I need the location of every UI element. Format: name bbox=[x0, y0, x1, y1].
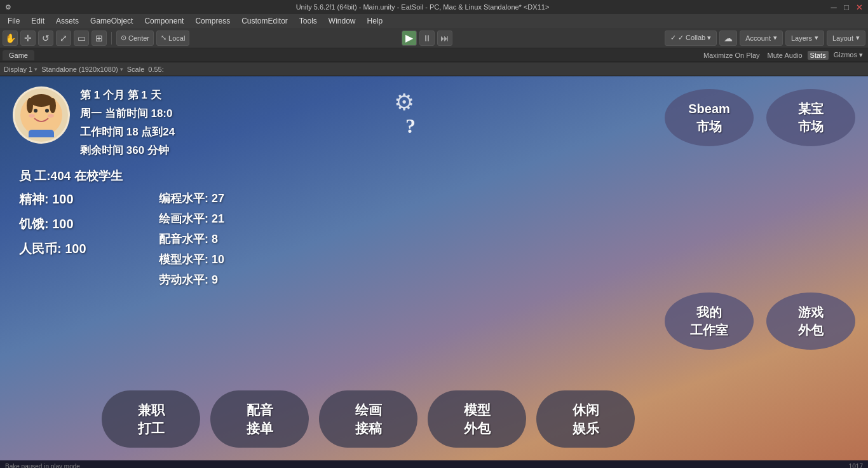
game-outsource-button[interactable]: 游戏外包 bbox=[766, 292, 855, 350]
account-chevron-icon: ▾ bbox=[773, 34, 777, 42]
menu-compress[interactable]: Compress bbox=[190, 15, 235, 27]
svg-point-7 bbox=[29, 114, 35, 118]
market-buttons: Sbeam市场 某宝市场 bbox=[665, 89, 855, 146]
stats-button[interactable]: Stats bbox=[808, 51, 829, 60]
display-select[interactable]: Display 1 ▾ bbox=[4, 65, 37, 73]
svg-point-6 bbox=[45, 109, 49, 113]
menu-component[interactable]: Component bbox=[139, 15, 189, 27]
toolbar: ✋ ✛ ↺ ⤢ ▭ ⊞ ⊙ Center ⤡ Local ▶ ⏸ ⏭ ✓ ✓ C… bbox=[0, 28, 868, 48]
menu-file[interactable]: File bbox=[3, 15, 25, 27]
layout-chevron-icon: ▾ bbox=[856, 34, 860, 42]
help-question-icon[interactable]: ? bbox=[405, 114, 416, 138]
close-button[interactable]: ✕ bbox=[855, 3, 863, 11]
coding-skill: 编程水平: 27 bbox=[159, 191, 224, 206]
resolution-arrow-icon: ▾ bbox=[120, 66, 123, 72]
titlebar: ⚙ Unity 5.6.2f1 (64bit) - Main.unity - E… bbox=[0, 0, 868, 14]
voice-skill: 配音水平: 8 bbox=[159, 231, 224, 247]
menubar: File Edit Assets GameObject Component Co… bbox=[0, 14, 868, 28]
employee-info: 员 工:404 在校学生 bbox=[13, 168, 855, 184]
model-skill: 模型水平: 10 bbox=[159, 252, 224, 267]
transform-tool-button[interactable]: ⊞ bbox=[92, 31, 107, 46]
collab-button[interactable]: ✓ ✓ Collab ▾ bbox=[665, 31, 717, 46]
game-viewport: 第 1 个月 第 1 天 周一 当前时间 18:0 工作时间 18 点到24 剩… bbox=[0, 76, 868, 460]
rect-tool-button[interactable]: ▭ bbox=[74, 31, 89, 46]
account-button[interactable]: Account ▾ bbox=[740, 31, 783, 46]
menu-gameobject[interactable]: GameObject bbox=[85, 15, 138, 27]
move-tool-button[interactable]: ✛ bbox=[20, 31, 36, 46]
left-stats: 精神: 100 饥饿: 100 人民币: 100 bbox=[19, 191, 133, 287]
drawing-skill: 绘画水平: 21 bbox=[159, 211, 224, 226]
model-outsource-button[interactable]: 模型外包 bbox=[428, 390, 526, 448]
scale-tool-button[interactable]: ⤢ bbox=[56, 31, 71, 46]
step-button[interactable]: ⏭ bbox=[437, 31, 452, 46]
mid-action-buttons: 我的工作室 游戏外包 bbox=[665, 292, 855, 350]
gamebar-controls: Maximize On Play Mute Audio Stats Gizmos… bbox=[701, 50, 865, 60]
local-button[interactable]: ⤡ Local bbox=[156, 31, 189, 46]
remaining-label: 剩余时间 360 分钟 bbox=[80, 142, 175, 160]
menu-tools[interactable]: Tools bbox=[294, 15, 322, 27]
game-tab-label: Game bbox=[9, 52, 28, 59]
menu-window[interactable]: Window bbox=[323, 15, 361, 27]
avatar-face-svg bbox=[19, 93, 64, 137]
avatar bbox=[13, 86, 70, 144]
my-studio-button[interactable]: 我的工作室 bbox=[665, 292, 754, 350]
jie-stat: 饥饿: 100 bbox=[19, 216, 133, 233]
statusbar: Bake paused in play mode 1017 bbox=[0, 460, 868, 468]
jingshen-stat: 精神: 100 bbox=[19, 191, 133, 208]
mute-audio-button[interactable]: Mute Audio bbox=[765, 51, 805, 60]
minimize-button[interactable]: ─ bbox=[830, 3, 837, 11]
renminbi-stat: 人民币: 100 bbox=[19, 240, 133, 258]
menu-edit[interactable]: Edit bbox=[26, 15, 50, 27]
rotate-tool-button[interactable]: ↺ bbox=[38, 31, 53, 46]
status-message: Bake paused in play mode bbox=[5, 463, 80, 469]
game-tab[interactable]: Game bbox=[3, 50, 34, 60]
employee-label: 员 工:404 在校学生 bbox=[19, 169, 123, 182]
layers-button[interactable]: Layers ▾ bbox=[785, 31, 824, 46]
display-arrow-icon: ▾ bbox=[34, 66, 37, 72]
scale-value: 0.55: bbox=[148, 65, 163, 73]
layout-button[interactable]: Layout ▾ bbox=[827, 31, 865, 46]
right-stats: 编程水平: 27 绘画水平: 21 配音水平: 8 模型水平: 10 劳动水平:… bbox=[159, 191, 224, 287]
menu-customeditor[interactable]: CustomEditor bbox=[236, 15, 293, 27]
center-button[interactable]: ⊙ Center bbox=[116, 31, 154, 46]
displaybar: Display 1 ▾ Standalone (1920x1080) ▾ Sca… bbox=[0, 62, 868, 76]
drawing-order-button[interactable]: 绘画接稿 bbox=[319, 390, 417, 448]
status-coords: 1017 bbox=[849, 463, 863, 469]
header-info: 第 1 个月 第 1 天 周一 当前时间 18:0 工作时间 18 点到24 剩… bbox=[80, 86, 175, 160]
menu-assets[interactable]: Assets bbox=[51, 15, 84, 27]
local-icon: ⤡ bbox=[161, 34, 166, 42]
svg-rect-9 bbox=[29, 130, 54, 137]
center-icon: ⊙ bbox=[121, 34, 126, 42]
leisure-button[interactable]: 休闲娱乐 bbox=[536, 390, 635, 448]
settings-gear-icon[interactable]: ⚙ bbox=[394, 89, 414, 116]
layers-chevron-icon: ▾ bbox=[815, 34, 818, 42]
window-title: Unity 5.6.2f1 (64bit) - Main.unity - Eat… bbox=[15, 3, 830, 11]
svg-point-5 bbox=[34, 109, 37, 113]
voice-order-button[interactable]: 配音接单 bbox=[210, 390, 309, 448]
labor-skill: 劳动水平: 9 bbox=[159, 272, 224, 287]
unity-icon: ⚙ bbox=[5, 3, 11, 11]
pause-button[interactable]: ⏸ bbox=[419, 31, 435, 46]
stats-row: 精神: 100 饥饿: 100 人民币: 100 编程水平: 27 绘画水平: … bbox=[13, 191, 855, 287]
maximize-button[interactable]: □ bbox=[843, 3, 850, 11]
game-tabbar: Game Maximize On Play Mute Audio Stats G… bbox=[0, 48, 868, 62]
separator-1 bbox=[111, 32, 112, 45]
hand-tool-button[interactable]: ✋ bbox=[3, 31, 18, 46]
bottom-action-buttons: 兼职打工 配音接单 绘画接稿 模型外包 休闲娱乐 bbox=[102, 390, 862, 448]
scale-label: Scale bbox=[127, 65, 145, 73]
cloud-button[interactable]: ☁ bbox=[719, 31, 737, 46]
moubao-market-button[interactable]: 某宝市场 bbox=[766, 89, 855, 146]
menu-help[interactable]: Help bbox=[362, 15, 388, 27]
svg-point-2 bbox=[30, 94, 53, 107]
resolution-select[interactable]: Standalone (1920x1080) ▾ bbox=[41, 65, 123, 73]
sbeam-market-button[interactable]: Sbeam市场 bbox=[665, 89, 754, 146]
maximize-on-play-button[interactable]: Maximize On Play bbox=[701, 51, 763, 60]
gizmos-button[interactable]: Gizmos ▾ bbox=[831, 50, 865, 60]
month-day-label: 第 1 个月 第 1 天 bbox=[80, 86, 175, 105]
collab-check-icon: ✓ bbox=[670, 34, 676, 42]
svg-point-3 bbox=[27, 98, 33, 113]
work-hours-label: 工作时间 18 点到24 bbox=[80, 123, 175, 142]
play-button[interactable]: ▶ bbox=[402, 31, 417, 46]
svg-point-4 bbox=[50, 98, 56, 113]
part-time-job-button[interactable]: 兼职打工 bbox=[102, 390, 200, 448]
